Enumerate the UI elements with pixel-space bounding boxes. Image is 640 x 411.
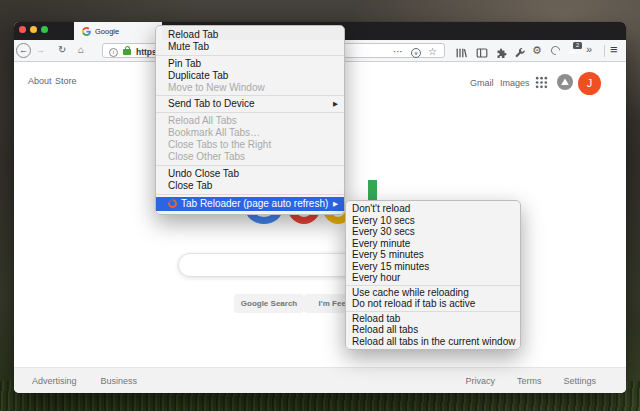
apps-grid-icon[interactable] [535, 75, 548, 93]
menu-item-undo-close-tab[interactable]: Undo Close Tab [156, 168, 344, 180]
page-actions-icon[interactable]: ⋯ [393, 45, 403, 58]
link-store[interactable]: Store [55, 76, 77, 86]
overflow-chevron-icon[interactable]: » [586, 43, 592, 55]
submenu-item-use-cache-while-reloading[interactable]: Use cache while reloading [346, 287, 520, 299]
doodle-bar-green [368, 180, 377, 201]
link-images[interactable]: Images [500, 78, 530, 88]
menu-item-tab-reloader[interactable]: Tab Reloader (page auto refresh) ▶ [156, 197, 344, 211]
desktop-wallpaper: Google ← → ↻ ⌂ i https:// ⋯ ∨ ☆ [0, 0, 640, 411]
gear-icon[interactable]: ⚙ [532, 44, 542, 56]
menu-item-label: Tab Reloader (page auto refresh) [181, 197, 329, 211]
tab-reloader-toolbar-icon[interactable] [551, 46, 560, 55]
pocket-icon[interactable]: ∨ [411, 46, 421, 59]
home-icon[interactable]: ⌂ [78, 44, 84, 55]
page-info-icon[interactable]: i [109, 46, 118, 59]
footer-link-business[interactable]: Business [101, 376, 138, 386]
menu-item-close-tab[interactable]: Close Tab [156, 180, 344, 192]
submenu-item-every-hour[interactable]: Every hour [346, 272, 520, 284]
toolbar-divider [604, 45, 605, 57]
notifications-icon[interactable] [557, 74, 573, 94]
menu-item-reload-tab[interactable]: Reload Tab [156, 29, 344, 41]
submenu-item-every-10-secs[interactable]: Every 10 secs [346, 215, 520, 227]
reload-icon[interactable]: ↻ [58, 44, 66, 55]
link-about[interactable]: About [28, 76, 52, 86]
extension-puzzle-icon[interactable] [496, 45, 508, 63]
submenu-item-every-15-minutes[interactable]: Every 15 minutes [346, 261, 520, 273]
footer-link-privacy[interactable]: Privacy [465, 376, 495, 386]
menu-item-reload-all-tabs: Reload All Tabs [156, 115, 344, 127]
menu-separator [156, 55, 344, 56]
tab-context-menu: Reload Tab Mute Tab Pin Tab Duplicate Ta… [155, 25, 345, 215]
library-icon[interactable] [455, 45, 467, 63]
submenu-item-reload-tab[interactable]: Reload tab [346, 313, 520, 325]
submenu-item-do-not-reload-if-active[interactable]: Do not reload if tab is active [346, 298, 520, 310]
google-favicon [82, 27, 91, 36]
google-search-button[interactable]: Google Search [234, 294, 304, 313]
page-footer: Advertising Business Privacy Terms Setti… [14, 367, 626, 393]
footer-link-terms[interactable]: Terms [517, 376, 542, 386]
submenu-item-every-5-minutes[interactable]: Every 5 minutes [346, 249, 520, 261]
zoom-window-button[interactable] [41, 26, 48, 33]
back-icon[interactable]: ← [16, 43, 31, 58]
hamburger-menu-icon[interactable]: ≡ [610, 42, 618, 57]
menu-separator [156, 95, 344, 96]
menu-separator [156, 112, 344, 113]
tab-google[interactable]: Google [74, 22, 162, 40]
extension-badge: 2 [573, 42, 582, 49]
menu-item-label: Send Tab to Device [168, 98, 333, 110]
menu-separator [156, 165, 344, 166]
secure-lock-icon [123, 44, 131, 57]
menu-separator [156, 194, 344, 195]
bookmark-star-icon[interactable]: ☆ [428, 45, 437, 58]
close-window-button[interactable] [19, 26, 26, 33]
menu-item-send-tab-to-device[interactable]: Send Tab to Device ▶ [156, 98, 344, 110]
tab-reloader-submenu: Don't't reload Every 10 secs Every 30 se… [345, 200, 521, 350]
menu-separator [346, 285, 520, 286]
submenu-arrow-icon: ▶ [333, 197, 338, 211]
menu-item-pin-tab[interactable]: Pin Tab [156, 58, 344, 70]
menu-item-duplicate-tab[interactable]: Duplicate Tab [156, 70, 344, 82]
footer-link-settings[interactable]: Settings [563, 376, 596, 386]
submenu-item-every-30-secs[interactable]: Every 30 secs [346, 226, 520, 238]
minimize-window-button[interactable] [30, 26, 37, 33]
sidebar-icon[interactable] [476, 45, 488, 63]
submenu-arrow-icon: ▶ [333, 98, 338, 110]
submenu-item-reload-all-tabs[interactable]: Reload all tabs [346, 324, 520, 336]
menu-item-close-other-tabs: Close Other Tabs [156, 151, 344, 163]
tab-title: Google [95, 27, 119, 36]
submenu-item-every-minute[interactable]: Every minute [346, 238, 520, 250]
footer-link-advertising[interactable]: Advertising [32, 376, 77, 386]
link-gmail[interactable]: Gmail [470, 78, 494, 88]
submenu-item-reload-all-tabs-current-window[interactable]: Reload all tabs in the current window [346, 336, 520, 348]
forward-icon[interactable]: → [36, 45, 45, 55]
account-avatar[interactable]: J [578, 72, 601, 95]
menu-separator [346, 311, 520, 312]
wrench-tool-icon[interactable] [514, 45, 526, 63]
menu-item-close-tabs-to-the-right: Close Tabs to the Right [156, 139, 344, 151]
tab-reloader-icon [166, 198, 178, 210]
submenu-item-dont-reload[interactable]: Don't't reload [346, 203, 520, 215]
menu-item-move-to-new-window: Move to New Window [156, 82, 344, 94]
menu-item-bookmark-all-tabs: Bookmark All Tabs… [156, 127, 344, 139]
menu-item-mute-tab[interactable]: Mute Tab [156, 41, 344, 53]
